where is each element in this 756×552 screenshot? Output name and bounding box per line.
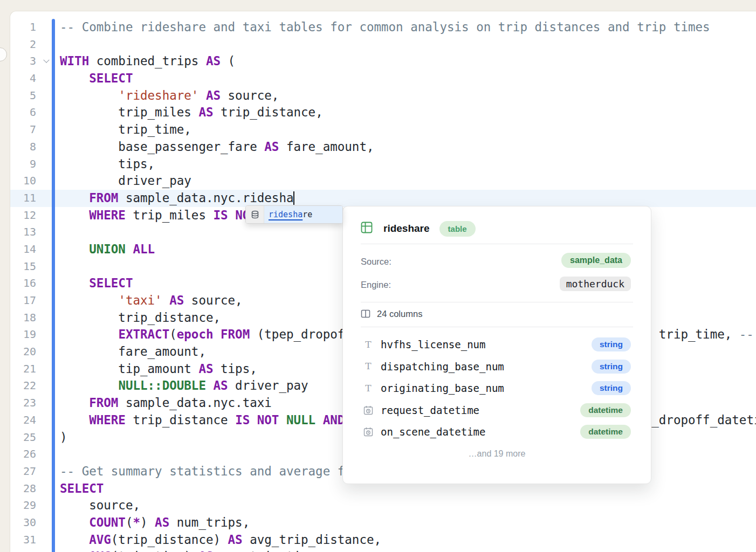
line-number: 29	[10, 497, 36, 514]
fold-spacer	[40, 224, 52, 241]
line-number: 3	[10, 53, 36, 70]
fold-spacer	[40, 292, 52, 309]
code-line-text: WITH combined_trips AS (	[60, 53, 756, 70]
text-type-icon: T	[363, 362, 374, 371]
code-line[interactable]: 30 COUNT(*) AS num_trips,	[10, 514, 756, 532]
line-number: 6	[10, 104, 36, 121]
line-number: 7	[10, 121, 36, 139]
code-line-text: source,	[60, 497, 756, 514]
line-number: 4	[10, 70, 36, 87]
cell-indicator-bar	[52, 19, 55, 552]
line-number: 23	[10, 395, 36, 412]
autocomplete-popup: rideshare	[245, 205, 343, 224]
fold-spacer	[40, 532, 52, 549]
fold-spacer	[40, 361, 52, 378]
column-type-badge: string	[592, 337, 631, 351]
line-number: 13	[10, 224, 36, 241]
database-icon	[246, 206, 264, 223]
column-row: request_datetimedatetime	[361, 403, 631, 418]
line-number: 15	[10, 258, 36, 275]
suggestion-rest-text: re	[303, 210, 312, 219]
fold-spacer	[40, 412, 52, 429]
code-line[interactable]: 3WITH combined_trips AS (	[10, 53, 756, 70]
line-number: 17	[10, 292, 36, 309]
collapsed-side-button[interactable]	[0, 47, 7, 61]
code-line[interactable]: 7 trip_time,	[10, 121, 756, 139]
suggestion-matched-text: ridesha	[269, 210, 303, 219]
code-line[interactable]: 2	[10, 36, 756, 53]
line-number: 22	[10, 377, 36, 395]
fold-spacer	[40, 207, 52, 224]
columns-count-row: 24 columns	[361, 307, 422, 321]
column-row: on_scene_datetimedatetime	[361, 424, 631, 439]
fold-spacer	[40, 70, 52, 87]
fold-spacer	[40, 190, 52, 207]
code-line-text: base_passenger_fare AS fare_amount,	[60, 139, 756, 156]
line-number: 19	[10, 326, 36, 343]
fold-spacer	[40, 309, 52, 327]
line-number: 26	[10, 446, 36, 463]
column-row: Tdispatching_base_numstring	[361, 359, 631, 374]
code-line-text: trip_miles AS trip_distance,	[60, 104, 756, 121]
line-number: 18	[10, 309, 36, 327]
fold-spacer	[40, 104, 52, 121]
code-line-text: AVG(trip_time) AS avg_trip_time,	[60, 548, 756, 552]
fold-spacer	[40, 395, 52, 412]
line-number: 30	[10, 514, 36, 532]
table-icon	[361, 222, 373, 236]
source-value-badge: sample_data	[561, 253, 631, 268]
line-number: 21	[10, 361, 36, 378]
code-line[interactable]: 1-- Combine rideshare and taxi tables fo…	[10, 19, 756, 36]
fold-spacer	[40, 19, 52, 36]
divider	[361, 327, 633, 327]
column-type-badge: datetime	[580, 403, 631, 417]
code-line[interactable]: 6 trip_miles AS trip_distance,	[10, 104, 756, 121]
text-type-icon: T	[363, 340, 374, 349]
line-number: 14	[10, 241, 36, 258]
fold-chevron-icon[interactable]	[40, 53, 52, 70]
fold-spacer	[40, 480, 52, 498]
code-line[interactable]: 11 FROM sample_data.nyc.ridesha	[10, 190, 756, 207]
line-number: 8	[10, 139, 36, 156]
line-number: 32	[10, 548, 36, 552]
code-line[interactable]: 4 SELECT	[10, 70, 756, 87]
line-number: 16	[10, 275, 36, 292]
code-line-text: 'rideshare' AS source,	[60, 87, 756, 105]
line-number: 1	[10, 19, 36, 36]
fold-spacer	[40, 139, 52, 156]
code-line-text: FROM sample_data.nyc.ridesha	[60, 190, 756, 207]
fold-spacer	[40, 497, 52, 514]
line-number: 28	[10, 480, 36, 498]
column-name: on_scene_datetime	[381, 426, 485, 438]
column-type-badge: datetime	[580, 425, 631, 439]
column-name: dispatching_base_num	[381, 361, 504, 372]
fold-spacer	[40, 548, 52, 552]
text-cursor	[293, 191, 294, 205]
fold-spacer	[40, 343, 52, 361]
code-line-text: trip_time,	[60, 121, 756, 139]
table-type-badge: table	[439, 221, 476, 237]
code-line[interactable]: 8 base_passenger_fare AS fare_amount,	[10, 139, 756, 156]
calendar-clock-icon	[363, 405, 374, 415]
line-number: 10	[10, 172, 36, 190]
fold-spacer	[40, 87, 52, 105]
fold-spacer	[40, 326, 52, 343]
text-type-icon: T	[363, 384, 374, 393]
code-line[interactable]: 32 AVG(trip_time) AS avg_trip_time,	[10, 548, 756, 552]
line-number: 27	[10, 463, 36, 480]
code-line[interactable]: 31 AVG(trip_distance) AS avg_trip_distan…	[10, 532, 756, 549]
code-line-text: tips,	[60, 156, 756, 173]
autocomplete-suggestion-rideshare[interactable]: rideshare	[264, 206, 342, 223]
line-number: 24	[10, 412, 36, 429]
line-number: 31	[10, 532, 36, 549]
table-info-popover: rideshare table Source: sample_data Engi…	[342, 206, 651, 484]
fold-spacer	[40, 463, 52, 480]
fold-spacer	[40, 275, 52, 292]
code-line[interactable]: 29 source,	[10, 497, 756, 514]
code-line[interactable]: 10 driver_pay	[10, 172, 756, 190]
line-number: 12	[10, 207, 36, 224]
code-line[interactable]: 5 'rideshare' AS source,	[10, 87, 756, 105]
code-line[interactable]: 9 tips,	[10, 156, 756, 173]
column-name: originating_base_num	[381, 382, 504, 394]
divider	[361, 244, 633, 244]
